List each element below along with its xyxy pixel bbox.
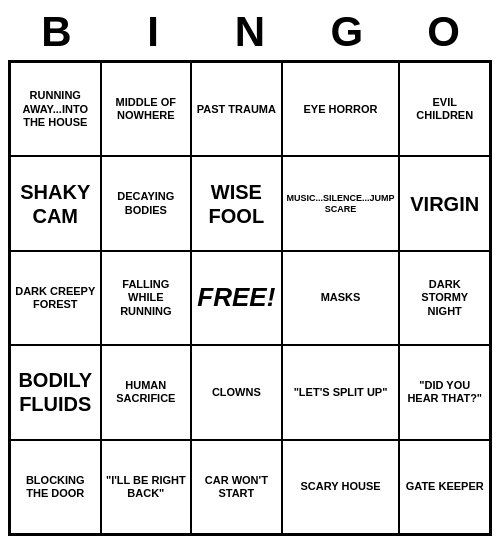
bingo-cell: "LET'S SPLIT UP" — [282, 345, 400, 439]
bingo-cell: FALLING WHILE RUNNING — [101, 251, 192, 345]
bingo-cell: HUMAN SACRIFICE — [101, 345, 192, 439]
bingo-cell: CLOWNS — [191, 345, 282, 439]
bingo-header: B I N G O — [8, 8, 492, 56]
letter-i: I — [109, 8, 197, 56]
bingo-cell: EVIL CHILDREN — [399, 62, 490, 156]
bingo-grid: RUNNING AWAY...INTO THE HOUSEMIDDLE OF N… — [8, 60, 492, 536]
bingo-cell: PAST TRAUMA — [191, 62, 282, 156]
bingo-cell: GATE KEEPER — [399, 440, 490, 534]
letter-n: N — [206, 8, 294, 56]
bingo-cell: MASKS — [282, 251, 400, 345]
bingo-cell: RUNNING AWAY...INTO THE HOUSE — [10, 62, 101, 156]
bingo-cell: SCARY HOUSE — [282, 440, 400, 534]
bingo-cell: WISE FOOL — [191, 156, 282, 250]
letter-b: B — [12, 8, 100, 56]
bingo-cell: MIDDLE OF NOWHERE — [101, 62, 192, 156]
bingo-cell: BODILY FLUIDS — [10, 345, 101, 439]
bingo-cell: CAR WON'T START — [191, 440, 282, 534]
bingo-cell: MUSIC...SILENCE...JUMP SCARE — [282, 156, 400, 250]
bingo-cell: "DID YOU HEAR THAT?" — [399, 345, 490, 439]
bingo-cell: "I'LL BE RIGHT BACK" — [101, 440, 192, 534]
bingo-cell: EYE HORROR — [282, 62, 400, 156]
bingo-cell: SHAKY CAM — [10, 156, 101, 250]
bingo-cell: BLOCKING THE DOOR — [10, 440, 101, 534]
letter-g: G — [303, 8, 391, 56]
bingo-cell: VIRGIN — [399, 156, 490, 250]
letter-o: O — [400, 8, 488, 56]
bingo-cell: DARK CREEPY FOREST — [10, 251, 101, 345]
bingo-cell: DECAYING BODIES — [101, 156, 192, 250]
bingo-cell: Free! — [191, 251, 282, 345]
bingo-cell: DARK STORMY NIGHT — [399, 251, 490, 345]
